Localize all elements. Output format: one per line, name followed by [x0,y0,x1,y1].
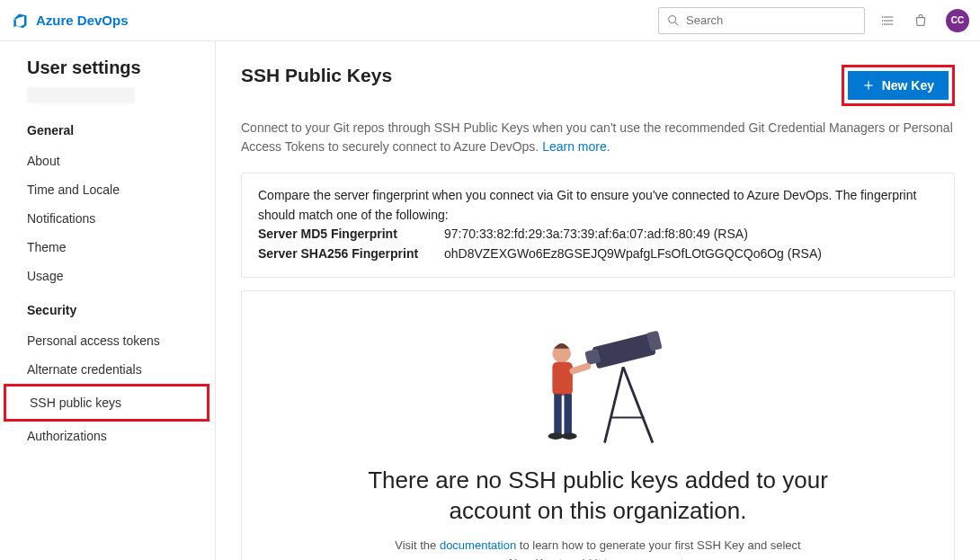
azure-devops-icon [11,12,29,30]
sidebar-item-ssh-keys[interactable]: SSH public keys [12,388,201,417]
topbar: Azure DevOps CC [0,0,980,41]
search-input[interactable] [686,13,857,27]
search-box[interactable] [658,7,865,34]
sidebar-item-notifications[interactable]: Notifications [27,204,215,233]
svg-point-5 [882,16,883,17]
svg-point-7 [882,23,883,24]
fp-md5-label: Server MD5 Fingerprint [258,225,433,244]
topbar-actions: CC [881,9,969,32]
svg-line-10 [605,367,624,442]
page-description: Connect to your Git repos through SSH Pu… [241,119,955,156]
main-content: SSH Public Keys New Key Connect to your … [216,41,980,560]
search-icon [666,13,681,28]
sidebar-item-time-locale[interactable]: Time and Locale [27,175,215,204]
empty-state: There are no SSH public keys added to yo… [241,290,955,560]
shopping-bag-icon[interactable] [913,13,928,28]
sidebar-item-about[interactable]: About [27,147,215,175]
svg-rect-20 [565,394,572,434]
list-icon[interactable] [881,13,895,28]
svg-rect-18 [569,362,592,376]
sidebar-item-pat[interactable]: Personal access tokens [27,326,215,355]
brand-name: Azure DevOps [36,13,129,28]
new-key-button[interactable]: New Key [848,71,949,100]
highlight-ssh: SSH public keys [4,384,209,422]
empty-subtitle: Visit the documentation to learn how to … [382,537,814,560]
brand[interactable]: Azure DevOps [11,12,129,30]
svg-point-6 [882,20,883,21]
telescope-illustration [512,316,683,451]
section-general: General [27,123,215,138]
fp-md5-value: 97:70:33:82:fd:29:3a:73:39:af:6a:07:ad:f… [444,225,748,244]
sidebar: User settings General About Time and Loc… [0,41,216,560]
avatar[interactable]: CC [946,9,969,32]
empty-title: There are no SSH public keys added to yo… [346,466,850,527]
empty-sub-pre: Visit the [395,538,440,552]
svg-point-22 [562,432,577,440]
documentation-link[interactable]: documentation [440,538,516,552]
fingerprint-card: Compare the server fingerprint when you … [241,173,955,278]
svg-rect-17 [552,361,573,396]
sidebar-item-alt-creds[interactable]: Alternate credentials [27,355,215,384]
fp-sha-label: Server SHA256 Fingerprint [258,244,433,264]
svg-line-11 [623,367,653,442]
sidebar-title: User settings [27,58,215,78]
page-title: SSH Public Keys [241,65,392,86]
empty-sub-post: to learn how to generate your first SSH … [509,538,801,560]
svg-rect-13 [592,333,655,369]
highlight-new-key: New Key [842,65,955,106]
sidebar-item-authorizations[interactable]: Authorizations [27,422,215,450]
new-key-label: New Key [882,78,934,93]
sidebar-item-usage[interactable]: Usage [27,262,215,290]
svg-point-0 [669,15,676,22]
fingerprint-intro: Compare the server fingerprint when you … [258,186,938,225]
redacted-user [27,87,135,103]
section-security: Security [27,303,215,317]
svg-line-1 [675,22,678,25]
fp-sha-value: ohD8VZEXGWo6Ez8GSEJQ9WpafgLFsOfLOtGGQCQo… [444,244,822,264]
svg-point-21 [548,432,564,440]
learn-more-link[interactable]: Learn more. [542,139,610,154]
plus-icon [862,79,875,92]
svg-rect-19 [554,394,561,434]
sidebar-item-theme[interactable]: Theme [27,233,215,262]
